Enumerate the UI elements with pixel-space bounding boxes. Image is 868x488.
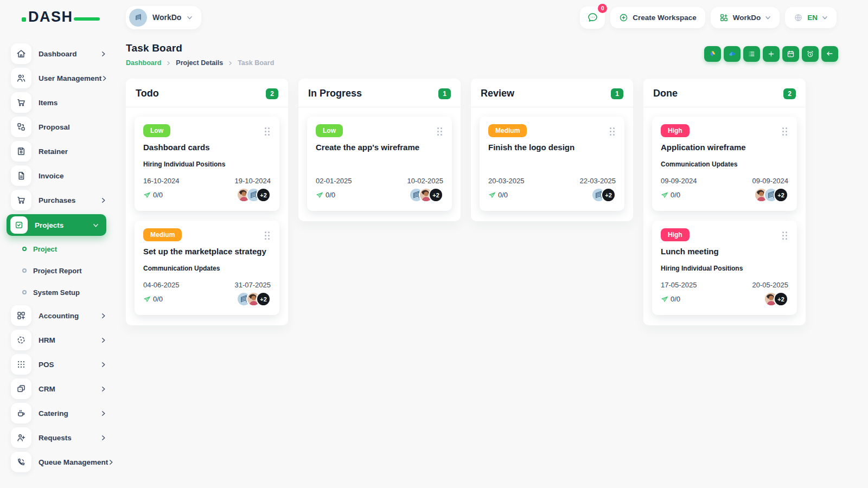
sidebar-item-projects[interactable]: Projects bbox=[7, 214, 106, 236]
reminder-button[interactable] bbox=[802, 46, 819, 62]
calendar-icon bbox=[787, 50, 795, 58]
sidebar-item-retainer[interactable]: Retainer bbox=[11, 141, 106, 162]
plus-circle-icon bbox=[619, 13, 628, 22]
google-drive-button[interactable] bbox=[704, 46, 721, 62]
sidebar-item-pos[interactable]: POS bbox=[11, 354, 106, 375]
messages-button[interactable]: 0 bbox=[580, 7, 605, 29]
sidebar-item-crm[interactable]: CRM bbox=[11, 378, 106, 399]
breadcrumb-dashboard-link[interactable]: Dashboard bbox=[126, 59, 161, 67]
sidebar-item-user-management[interactable]: User Management bbox=[11, 68, 106, 88]
breadcrumb-current: Task Board bbox=[238, 59, 274, 67]
workspace-menu-button[interactable]: WorkDo bbox=[711, 7, 780, 28]
task-progress: 0/0 bbox=[661, 295, 680, 303]
avatar-more-count[interactable]: +2 bbox=[774, 188, 788, 202]
task-title[interactable]: Lunch meeting bbox=[661, 247, 788, 256]
task-title[interactable]: Dashboard cards bbox=[143, 143, 271, 152]
card-menu-grip-icon[interactable] bbox=[437, 127, 442, 136]
card-menu-grip-icon[interactable] bbox=[782, 127, 787, 136]
main-area: WorkDo 0 Create Workspace WorkDo bbox=[114, 0, 868, 488]
task-card[interactable]: Low Create the app's wireframe 02-01-202… bbox=[307, 117, 452, 211]
sidebar-subitem-label: Project Report bbox=[33, 267, 82, 275]
task-card[interactable]: High Lunch meeting Hiring Individual Pos… bbox=[652, 221, 797, 315]
back-button[interactable] bbox=[821, 46, 838, 62]
onedrive-button[interactable] bbox=[724, 46, 741, 62]
avatar-more-count[interactable]: +2 bbox=[256, 188, 271, 202]
task-card[interactable]: High Application wireframe Communication… bbox=[652, 117, 797, 211]
sidebar-item-hrm[interactable]: HRM bbox=[11, 330, 106, 350]
sidebar-subitem-project[interactable]: Project bbox=[22, 240, 106, 258]
board-column-done: Done 2 High Application wireframe Commun… bbox=[643, 79, 806, 325]
sidebar-item-accounting[interactable]: Accounting bbox=[11, 305, 106, 326]
add-task-button[interactable] bbox=[763, 46, 780, 62]
sidebar-item-purchases[interactable]: Purchases bbox=[11, 190, 106, 210]
chevron-down-icon bbox=[93, 222, 99, 228]
create-workspace-button[interactable]: Create Workspace bbox=[610, 7, 705, 28]
start-date: 04-06-2025 bbox=[143, 281, 180, 289]
task-title[interactable]: Create the app's wireframe bbox=[316, 143, 443, 152]
avatar-more-count[interactable]: +2 bbox=[601, 188, 616, 202]
task-milestone bbox=[488, 160, 616, 168]
sidebar-item-invoice[interactable]: Invoice bbox=[11, 165, 106, 186]
chevron-right-icon bbox=[108, 459, 114, 465]
sidebar-item-label: POS bbox=[39, 361, 54, 369]
checkbox-icon bbox=[10, 216, 28, 234]
sidebar-item-requests[interactable]: Requests bbox=[11, 427, 106, 448]
sidebar-item-proposal[interactable]: Proposal bbox=[11, 117, 106, 137]
sidebar-item-items[interactable]: Items bbox=[11, 92, 106, 113]
chevron-right-icon bbox=[100, 362, 106, 368]
brand-logo[interactable]: DASH bbox=[28, 9, 93, 30]
sidebar-subitem-label: System Setup bbox=[33, 288, 80, 297]
onedrive-icon bbox=[728, 50, 736, 58]
id-card-icon bbox=[11, 378, 31, 399]
workspace-menu-label: WorkDo bbox=[733, 14, 761, 22]
avatar-more-count[interactable]: +2 bbox=[774, 292, 788, 306]
task-card[interactable]: Low Dashboard cards Hiring Individual Po… bbox=[135, 117, 279, 211]
send-icon bbox=[661, 191, 668, 199]
coffee-icon bbox=[11, 403, 31, 423]
sidebar-item-label: Items bbox=[39, 99, 58, 107]
cart-icon bbox=[11, 92, 31, 113]
card-menu-grip-icon[interactable] bbox=[610, 127, 615, 136]
sidebar-subitem-label: Project bbox=[33, 245, 57, 253]
google-drive-icon bbox=[709, 50, 717, 58]
language-selector[interactable]: EN bbox=[785, 7, 837, 28]
card-menu-grip-icon[interactable] bbox=[782, 232, 787, 240]
end-date: 31-07-2025 bbox=[235, 281, 271, 289]
task-card[interactable]: Medium Finish the logo design 20-03-2025… bbox=[480, 117, 624, 211]
topbar-right: 0 Create Workspace WorkDo EN bbox=[580, 7, 837, 29]
calendar-button[interactable] bbox=[782, 46, 799, 62]
sidebar-subitem-project-report[interactable]: Project Report bbox=[22, 262, 106, 279]
end-date: 22-03-2025 bbox=[580, 177, 616, 185]
app-root: DASH Dashboard User Management bbox=[0, 0, 868, 488]
card-menu-grip-icon[interactable] bbox=[265, 232, 270, 240]
sidebar-item-dashboard[interactable]: Dashboard bbox=[11, 43, 106, 64]
cart-icon bbox=[11, 190, 31, 210]
task-title[interactable]: Application wireframe bbox=[661, 143, 788, 152]
breadcrumb-project-details-link[interactable]: Project Details bbox=[176, 59, 223, 67]
sidebar-item-queue-management[interactable]: Queue Management bbox=[11, 452, 106, 472]
sidebar-item-catering[interactable]: Catering bbox=[11, 403, 106, 423]
list-view-button[interactable] bbox=[743, 46, 760, 62]
priority-badge: Low bbox=[316, 124, 343, 137]
task-milestone: Communication Updates bbox=[661, 160, 788, 168]
sidebar-item-label: Retainer bbox=[39, 147, 68, 156]
avatar-stack: +2 bbox=[237, 188, 271, 202]
sidebar-menu: Dashboard User Management Items bbox=[0, 43, 114, 476]
workspace-switcher[interactable]: WorkDo bbox=[126, 6, 201, 29]
sidebar-subitem-system-setup[interactable]: System Setup bbox=[22, 284, 106, 301]
send-icon bbox=[488, 191, 496, 199]
logo-bar bbox=[74, 17, 100, 21]
task-card[interactable]: Medium Set up the marketplace strategy C… bbox=[135, 221, 279, 315]
avatar-more-count[interactable]: +2 bbox=[256, 292, 271, 306]
board-toolbar bbox=[704, 46, 838, 62]
card-menu-grip-icon[interactable] bbox=[265, 127, 270, 136]
start-date: 20-03-2025 bbox=[488, 177, 525, 185]
task-title[interactable]: Set up the marketplace strategy bbox=[143, 247, 271, 256]
avatar-more-count[interactable]: +2 bbox=[429, 188, 443, 202]
task-title[interactable]: Finish the logo design bbox=[488, 143, 616, 152]
chevron-right-icon bbox=[100, 313, 106, 319]
phone-call-icon bbox=[11, 452, 31, 472]
focus-icon bbox=[11, 330, 31, 350]
sidebar-item-label: Proposal bbox=[39, 123, 70, 131]
sidebar-item-label: Dashboard bbox=[39, 50, 77, 58]
